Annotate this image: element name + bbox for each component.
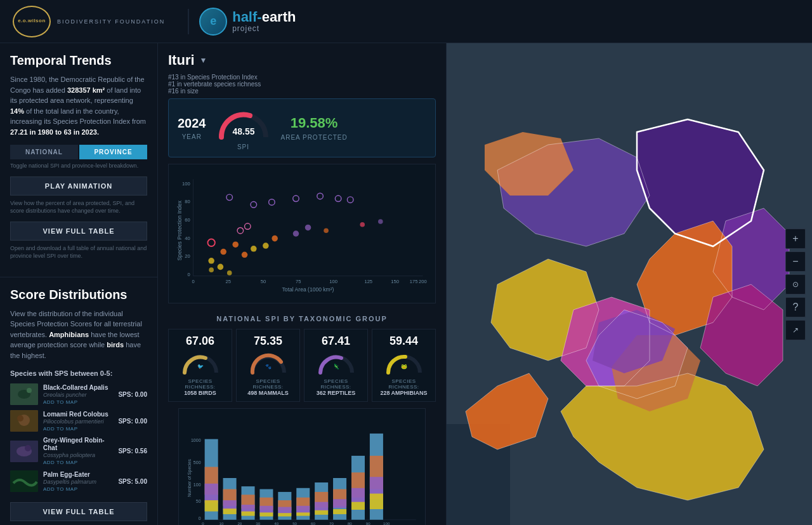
add-to-map-link[interactable]: ADD TO MAP <box>43 426 113 432</box>
view-full-table-button[interactable]: VIEW FULL TABLE <box>10 222 147 241</box>
national-spi-title: NATIONAL SPI BY TAXONOMIC GROUP <box>168 315 436 322</box>
list-item: Grey-Winged Robin-Chat Cossypha poliopte… <box>10 437 147 465</box>
area-protected-label: AREA PROTECTED <box>281 134 348 141</box>
gauge-area: 2024 YEAR 48.55 SPI 19.58% AREA PROTECTE… <box>168 98 436 157</box>
info-button[interactable]: ? <box>785 297 806 317</box>
svg-text:Total Area (1000 km²): Total Area (1000 km²) <box>282 286 334 293</box>
add-to-map-link[interactable]: ADD TO MAP <box>43 486 113 492</box>
species-thumbnail <box>10 470 38 492</box>
zoom-in-button[interactable]: + <box>785 229 806 249</box>
svg-point-32 <box>269 199 275 206</box>
svg-text:Species Protection Index: Species Protection Index <box>176 200 183 260</box>
svg-text:50: 50 <box>261 279 266 284</box>
reptiles-score: 67.41 <box>308 335 363 348</box>
species-name: Palm Egg-Eater <box>43 471 113 479</box>
svg-text:60: 60 <box>185 217 190 223</box>
svg-rect-85 <box>223 508 237 514</box>
svg-point-52 <box>378 219 383 224</box>
national-toggle-button[interactable]: NATIONAL <box>10 145 78 159</box>
svg-point-30 <box>226 194 233 201</box>
half-earth-title: half-earth <box>232 10 296 24</box>
svg-text:100: 100 <box>329 279 337 284</box>
svg-point-47 <box>207 239 214 246</box>
ituri-rank-size: #16 in size <box>168 88 436 95</box>
reptiles-richness-label: SPECIES RICHNESS: <box>308 378 363 390</box>
svg-text:30: 30 <box>256 521 260 525</box>
temporal-trends-text: Since 1980, the Democratic Republic of t… <box>10 74 147 137</box>
svg-text:🦎: 🦎 <box>333 363 339 369</box>
species-name: Black-Collared Apalis <box>43 384 113 392</box>
svg-text:90: 90 <box>366 521 370 525</box>
svg-rect-100 <box>296 506 310 514</box>
taxon-card-reptiles: 67.41 🦎 SPECIES RICHNESS: 362 REPTILES <box>304 329 368 402</box>
add-to-map-link[interactable]: ADD TO MAP <box>43 399 113 405</box>
svg-text:500: 500 <box>193 460 201 465</box>
svg-rect-92 <box>259 506 273 513</box>
svg-point-53 <box>209 267 214 272</box>
svg-text:0: 0 <box>192 279 194 284</box>
map-background <box>447 43 812 525</box>
svg-rect-93 <box>259 512 273 516</box>
ituri-stats: #13 in Species Protection Index #1 in ve… <box>158 74 446 98</box>
taxon-card-birds: 67.06 🐦 SPECIES RICHNESS: 1058 BIRDS <box>168 329 232 402</box>
play-animation-button[interactable]: PLAY ANIMATION <box>10 176 147 196</box>
ituri-title-group: Ituri ▼ <box>168 52 207 69</box>
amphibians-score: 59.44 <box>376 335 431 348</box>
share-button[interactable]: ↗ <box>785 320 806 340</box>
svg-point-5 <box>17 415 23 422</box>
svg-text:70: 70 <box>329 521 334 525</box>
svg-point-35 <box>335 196 341 202</box>
score-distributions-section: Score Distributions View the distributio… <box>0 277 157 525</box>
svg-text:175: 175 <box>410 279 418 284</box>
ituri-dropdown-arrow[interactable]: ▼ <box>200 56 207 65</box>
play-animation-hint: View how the percent of area protected, … <box>10 199 147 215</box>
svg-rect-105 <box>315 510 328 515</box>
svg-text:125: 125 <box>364 279 372 284</box>
species-latin: Cossypha polioptera <box>43 452 113 458</box>
zoom-reset-button[interactable]: ⊙ <box>785 274 806 295</box>
species-name: Grey-Winged Robin-Chat <box>43 437 113 452</box>
svg-text:40: 40 <box>185 236 190 241</box>
svg-text:20: 20 <box>185 253 190 259</box>
species-thumbnail <box>10 441 38 462</box>
drc-map-svg <box>447 43 812 525</box>
species-info: Lomami Red Colobus Piliocolobus parmenti… <box>43 411 113 432</box>
svg-text:75: 75 <box>296 279 301 284</box>
reptiles-gauge: 🦎 <box>308 350 363 375</box>
taxon-card-amphibians: 59.44 🐸 SPECIES RICHNESS: 228 AMPHIBIANS <box>372 329 436 402</box>
mammals-score: 75.35 <box>240 335 296 348</box>
map-controls: + − ⊙ ? ↗ <box>785 229 806 340</box>
svg-text:150: 150 <box>391 279 399 284</box>
svg-text:200: 200 <box>419 279 427 284</box>
species-thumbnail <box>10 410 38 432</box>
svg-text:100: 100 <box>182 181 190 187</box>
province-toggle-button[interactable]: PROVINCE <box>79 145 147 159</box>
svg-text:1000: 1000 <box>191 438 201 442</box>
ituri-header: Ituri ▼ <box>158 43 446 74</box>
mammals-gauge: 🐾 <box>240 350 296 375</box>
mammals-richness-label: SPECIES RICHNESS: <box>240 378 296 390</box>
svg-point-33 <box>293 196 299 202</box>
svg-text:40: 40 <box>274 521 278 525</box>
svg-rect-97 <box>278 513 291 516</box>
add-to-map-link[interactable]: ADD TO MAP <box>43 460 113 465</box>
species-sps-value: SPS: 0.00 <box>118 391 147 398</box>
list-item: Lomami Red Colobus Piliocolobus parmenti… <box>10 410 147 432</box>
svg-point-36 <box>347 197 353 203</box>
svg-text:25: 25 <box>226 279 231 284</box>
svg-text:100: 100 <box>383 521 390 525</box>
left-panel: Temporal Trends Since 1980, the Democrat… <box>0 43 157 525</box>
svg-rect-113 <box>351 502 365 510</box>
main-layout: Temporal Trends Since 1980, the Democrat… <box>0 43 812 525</box>
species-name: Lomami Red Colobus <box>43 411 113 418</box>
svg-point-51 <box>360 222 365 227</box>
scatter-plot: 0 20 40 60 80 100 0 25 50 75 100 125 150… <box>168 164 436 303</box>
svg-text:0: 0 <box>199 516 201 521</box>
score-view-table-button[interactable]: VIEW FULL TABLE <box>10 502 147 521</box>
species-info: Black-Collared Apalis Oreolais puncher A… <box>43 384 113 405</box>
species-sps-value: SPS: 5.00 <box>118 478 147 485</box>
zoom-out-button[interactable]: − <box>785 251 806 272</box>
svg-text:10: 10 <box>219 521 224 525</box>
center-panel: Ituri ▼ #13 in Species Protection Index … <box>157 43 447 525</box>
svg-rect-109 <box>333 509 346 514</box>
